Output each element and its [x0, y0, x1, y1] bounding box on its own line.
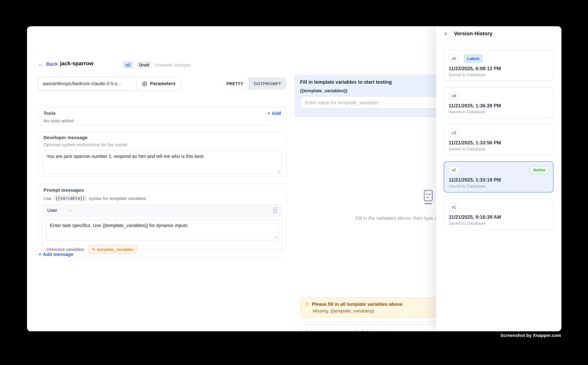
message-header: User: [43, 205, 282, 217]
prompt-editor-pane: ← Back jack-sparrow v2 Draft Unsaved cha…: [27, 42, 295, 331]
developer-message-title: Developer message: [44, 135, 282, 140]
version-number-badge: v5: [449, 54, 459, 63]
detected-variables-label: Detected variables:: [47, 247, 85, 252]
mode-dotprompt-segment[interactable]: DOTPROMPT: [249, 77, 286, 90]
plus-icon: +: [268, 111, 270, 116]
prompt-header-row: ← Back jack-sparrow v2 Draft Unsaved cha…: [27, 60, 295, 70]
variable-code-chip: {{variable}}: [53, 195, 87, 202]
detected-variables-row: Detected variables: ✎ template_variables: [43, 242, 282, 257]
message-block: User Enter task specifics. Use {{templat…: [42, 204, 282, 258]
message-role-value: User: [47, 208, 57, 213]
screenshot-canvas: ← Back jack-sparrow v2 Draft Unsaved cha…: [0, 0, 588, 365]
version-card-v5[interactable]: v5 Latest 11/22/2025, 6:08:12 PM Saved t…: [443, 50, 553, 81]
unsaved-changes-label: Unsaved changes: [154, 62, 191, 68]
tools-card: Tools + Add No tools added: [38, 107, 286, 125]
model-toolbar: aws/anthropic/bedrock-claude-3-5-s... Pa…: [27, 77, 295, 90]
app-window: ← Back jack-sparrow v2 Draft Unsaved cha…: [27, 26, 561, 331]
version-status: Saved to Database: [449, 184, 548, 188]
template-syntax-hint: Use {{variable}} syntax for template var…: [44, 195, 282, 202]
warning-title-text: Please fill in all template variables ab…: [312, 302, 402, 307]
version-card-v4[interactable]: v4 11/21/2025, 1:36:28 PM Saved to Datab…: [443, 87, 553, 118]
version-card-v2[interactable]: v2 Active 11/21/2025, 1:33:19 PM Saved t…: [443, 161, 553, 193]
version-status: Saved to Database: [449, 72, 548, 77]
version-date: 11/22/2025, 6:08:12 PM: [449, 66, 548, 71]
tools-title: Tools: [44, 111, 56, 116]
developer-message-subtitle: Optional system instructions for the mod…: [44, 142, 282, 147]
version-date: 11/21/2025, 9:16:39 AM: [449, 214, 548, 220]
version-date: 11/21/2025, 1:33:56 PM: [449, 140, 548, 146]
version-date: 11/21/2025, 1:33:19 PM: [449, 177, 548, 183]
hint-prefix: Use: [44, 196, 52, 201]
message-role-select[interactable]: User: [47, 208, 73, 213]
model-select-value: aws/anthropic/bedrock-claude-3-5-s...: [43, 81, 121, 86]
mode-pretty-segment[interactable]: PRETTY: [221, 77, 249, 90]
version-status: Saved to Database: [449, 147, 548, 151]
hint-suffix: syntax for template variables: [89, 196, 146, 201]
version-status: Saved to Database: [449, 221, 548, 225]
back-arrow-icon: ←: [38, 61, 43, 67]
gear-icon: [142, 81, 147, 86]
watermark-text: Screenshot by Xnapper.com: [500, 333, 561, 338]
back-label: Back: [46, 61, 58, 67]
version-list: v5 Latest 11/22/2025, 6:08:12 PM Saved t…: [443, 50, 553, 236]
parameters-label: Parameters: [150, 81, 175, 86]
version-status: Saved to Database: [449, 110, 548, 114]
chevron-down-icon: [68, 208, 72, 213]
warning-icon: ⚠: [305, 301, 309, 307]
main-area: ← Back jack-sparrow v2 Draft Unsaved cha…: [27, 42, 561, 331]
developer-message-textarea[interactable]: You are jack sparrow number 1, respond a…: [42, 150, 282, 174]
page-title: jack-sparrow: [60, 60, 94, 66]
plus-icon: +: [39, 252, 42, 257]
version-card-v3[interactable]: v3 11/21/2025, 1:33:56 PM Saved to Datab…: [443, 124, 553, 155]
active-badge: Active: [530, 166, 549, 174]
tools-empty-text: No tools added: [44, 118, 281, 123]
parameters-button[interactable]: Parameters: [136, 77, 181, 91]
version-history-panel: × Version History v5 Latest 11/22/2025, …: [436, 26, 561, 331]
drag-handle-icon[interactable]: [273, 208, 277, 213]
detected-variable-chip[interactable]: ✎ template_variables: [88, 245, 137, 254]
close-icon[interactable]: ×: [444, 30, 448, 38]
version-history-header: × Version History: [436, 26, 561, 43]
version-history-title: Version History: [454, 30, 492, 36]
add-tool-label: Add: [272, 111, 281, 116]
add-tool-button[interactable]: + Add: [268, 111, 281, 116]
prompt-messages-title: Prompt messages: [44, 188, 282, 193]
draft-badge: Draft: [136, 61, 152, 68]
pencil-icon: ✎: [92, 247, 95, 252]
version-date: 11/21/2025, 1:36:28 PM: [449, 103, 548, 108]
add-message-label: Add message: [43, 252, 73, 257]
version-badge: v2: [123, 61, 133, 68]
model-select[interactable]: aws/anthropic/bedrock-claude-3-5-s...: [38, 77, 148, 91]
latest-badge: Latest: [464, 54, 483, 63]
prompt-messages-card: Prompt messages Use {{variable}} syntax …: [38, 184, 286, 250]
robot-icon: [421, 190, 435, 206]
version-number-badge: v2: [449, 166, 459, 174]
back-button[interactable]: ← Back: [38, 61, 58, 67]
format-mode-toggle: PRETTY DOTPROMPT: [221, 77, 286, 90]
version-card-v1[interactable]: v1 11/21/2025, 9:16:39 AM Saved to Datab…: [443, 198, 553, 230]
add-message-button[interactable]: + Add message: [39, 252, 73, 257]
detected-variable-name: template_variables: [97, 247, 133, 252]
version-number-badge: v4: [449, 91, 459, 100]
version-number-badge: v3: [449, 129, 459, 137]
developer-message-card: Developer message Optional system instru…: [38, 131, 286, 177]
message-textarea[interactable]: Enter task specifics. Use {{template_var…: [46, 219, 279, 240]
version-number-badge: v1: [449, 203, 459, 211]
